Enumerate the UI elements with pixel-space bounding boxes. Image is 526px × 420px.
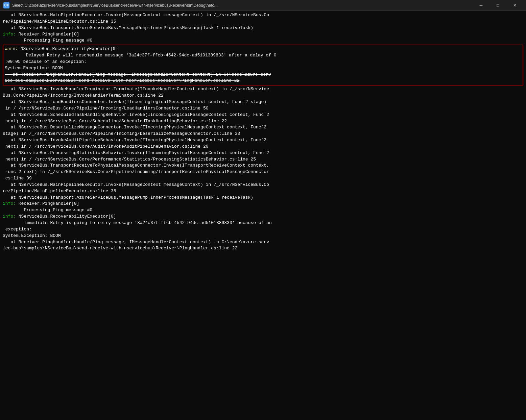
log-line: info: Receiver.PingHandler[0] <box>3 201 523 207</box>
log-line: next) in /_/src/NServiceBus.Core/Audit/I… <box>3 144 523 150</box>
log-line: at NServiceBus.ProcessingStatisticsBehav… <box>3 150 523 156</box>
log-line: at NServiceBus.InvokeHandlerTerminator.T… <box>3 86 523 93</box>
log-line: Bus.Core/Pipeline/Incoming/InvokeHandler… <box>3 93 523 99</box>
log-line: re/Pipeline/MainPipelineExecutor.cs:line… <box>3 188 523 195</box>
log-line: .cs:line 39 <box>3 175 523 182</box>
log-line: at NServiceBus.Transport.AzureServiceBus… <box>3 25 523 31</box>
log-line: info: NServiceBus.RecoverabilityExecutor… <box>3 214 523 220</box>
log-line: at NServiceBus.TransportReceiveToPhysica… <box>3 163 523 169</box>
log-line: Immediate Retry is going to retry messag… <box>3 220 523 226</box>
log-line: next) in /_/src/NServiceBus.Core/Perform… <box>3 156 523 163</box>
log-line: at Receiver.PingHandler.Handle(Ping mess… <box>3 239 523 246</box>
window-controls[interactable]: ─ □ ✕ <box>473 0 523 11</box>
console-window: C# Select C:\code\azure-service-bus\samp… <box>0 0 526 420</box>
log-line: Processing Ping message #0 <box>3 38 523 44</box>
log-line: at NServiceBus.DeserializeMessageConnect… <box>3 124 523 131</box>
warn-block: warn: NServiceBus.RecoverabilityExecutor… <box>3 45 523 85</box>
close-button[interactable]: ✕ <box>507 0 523 11</box>
warn-strikethrough-line: ice-bus\samples\NServiceBus\send-receive… <box>5 78 521 84</box>
log-line: at NServiceBus.MainPipelineExecutor.Invo… <box>3 182 523 188</box>
log-line: System.Exception: BOOM <box>3 233 523 239</box>
log-line: in /_/src/NServiceBus.Core/Pipeline/Inco… <box>3 105 523 112</box>
log-line: next) in /_/src/NServiceBus.Core/Schedul… <box>3 118 523 125</box>
log-line: exception: <box>3 226 523 233</box>
warn-inner-line: System.Exception: BOOM <box>5 65 521 72</box>
log-line: at NServiceBus.LoadHandlersConnector.Inv… <box>3 99 523 105</box>
log-line: Func`2 next) in /_/src/NServiceBus.Core/… <box>3 169 523 175</box>
log-line: ice-bus\samples\NServiceBus\send-receive… <box>3 245 523 252</box>
app-icon: C# <box>3 2 9 8</box>
window-title: Select C:\code\azure-service-bus\samples… <box>12 3 471 8</box>
log-line: re/Pipeline/MainPipelineExecutor.cs:line… <box>3 19 523 25</box>
warn-inner-line: :00:05 because of an exception: <box>5 59 521 65</box>
warn-strikethrough-line: at Receiver.PingHandler.Handle(Ping mess… <box>5 72 521 78</box>
log-line: at NServiceBus.InvokeAuditPipelineBehavi… <box>3 137 523 144</box>
warn-line: warn: NServiceBus.RecoverabilityExecutor… <box>5 46 521 52</box>
log-line: Processing Ping message #0 <box>3 207 523 214</box>
log-line: at NServiceBus.MainPipelineExecutor.Invo… <box>3 12 523 19</box>
log-line: at NServiceBus.Transport.AzureServiceBus… <box>3 195 523 201</box>
console-output: at NServiceBus.MainPipelineExecutor.Invo… <box>0 11 526 420</box>
log-line: stage) in /_/src/NServiceBus.Core/Pipeli… <box>3 131 523 137</box>
minimize-button[interactable]: ─ <box>473 0 489 11</box>
maximize-button[interactable]: □ <box>490 0 506 11</box>
log-line: at NServiceBus.ScheduledTaskHandlingBeha… <box>3 112 523 118</box>
log-line: info: Receiver.PingHandler[0] <box>3 31 523 38</box>
warn-inner-line: Delayed Retry will reschedule message '3… <box>5 52 521 59</box>
title-bar: C# Select C:\code\azure-service-bus\samp… <box>0 0 526 11</box>
